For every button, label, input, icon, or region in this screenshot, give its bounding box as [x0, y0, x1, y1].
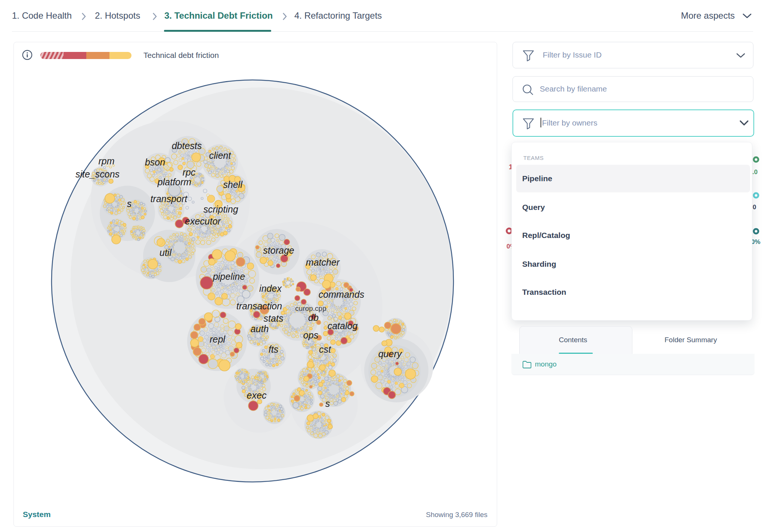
svg-text:auth: auth	[251, 324, 269, 334]
svg-text:executor: executor	[185, 216, 222, 226]
svg-text:site_scons: site_scons	[75, 169, 120, 179]
svg-text:transport: transport	[151, 194, 188, 204]
svg-text:stats: stats	[264, 313, 284, 324]
svg-text:query: query	[378, 349, 402, 359]
svg-text:fts: fts	[269, 344, 278, 355]
svg-text:s: s	[127, 198, 132, 209]
svg-text:index: index	[259, 283, 282, 294]
svg-text:curop.cpp: curop.cpp	[295, 304, 326, 312]
svg-text:storage: storage	[263, 245, 294, 256]
svg-text:matcher: matcher	[306, 257, 340, 267]
svg-text:transaction: transaction	[236, 301, 282, 311]
svg-text:exec: exec	[247, 390, 267, 400]
svg-text:commands: commands	[319, 289, 364, 300]
svg-text:ops: ops	[303, 330, 318, 340]
svg-text:pipeline: pipeline	[213, 271, 245, 282]
svg-text:shell: shell	[223, 179, 243, 190]
svg-text:client: client	[209, 150, 231, 161]
svg-text:catalog: catalog	[328, 321, 358, 331]
svg-text:dbtests: dbtests	[172, 140, 202, 151]
svg-text:rpm: rpm	[98, 156, 114, 166]
svg-text:s: s	[325, 398, 330, 409]
svg-text:db: db	[308, 312, 319, 323]
svg-text:scripting: scripting	[203, 204, 238, 214]
svg-text:util: util	[159, 247, 172, 258]
svg-text:rpc: rpc	[183, 167, 196, 177]
svg-text:bson: bson	[145, 157, 165, 167]
svg-text:cst: cst	[319, 344, 331, 355]
svg-text:repl: repl	[210, 334, 226, 344]
svg-text:platform: platform	[157, 177, 191, 187]
